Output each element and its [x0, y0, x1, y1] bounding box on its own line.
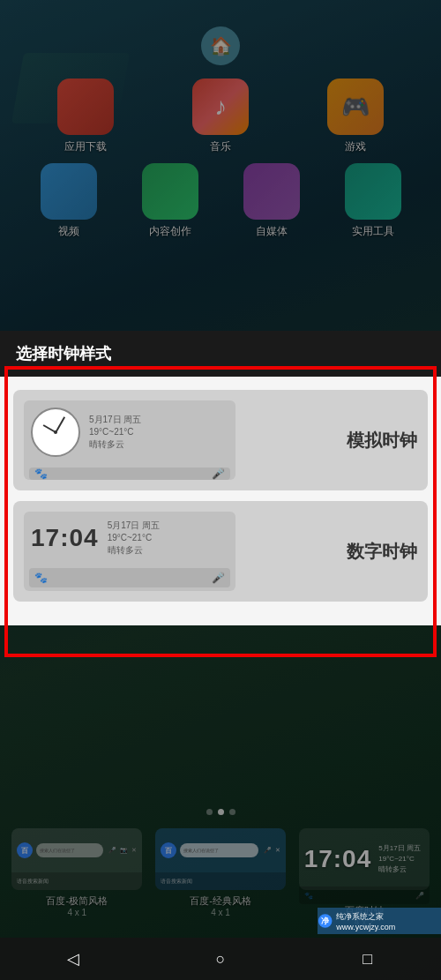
nav-back-icon: ◁: [67, 949, 79, 969]
dialog-title-text: 选择时钟样式: [16, 345, 111, 363]
analog-clock-info: 5月17日 周五 19°C~21°C 晴转多云: [89, 414, 141, 451]
analog-date: 5月17日 周五: [89, 414, 141, 426]
digital-clock-info: 5月17日 周五 19°C~21°C 晴转多云: [108, 520, 160, 557]
clock-style-dialog: 选择时钟样式 5月17日 周五 19°C~21°C 晴转多云: [0, 331, 441, 625]
mic-icon-digital: 🎤: [212, 572, 225, 584]
digital-clock-label: 数字时钟: [347, 540, 417, 564]
nav-apps-icon: □: [363, 950, 372, 969]
digital-weather: 晴转多云: [108, 544, 160, 557]
digital-clock-option[interactable]: 17:04 5月17日 周五 19°C~21°C 晴转多云 🐾 🎤 数字时钟: [13, 501, 428, 602]
watermark-icon: 净: [318, 913, 333, 929]
paw-icon-digital: 🐾: [34, 572, 48, 584]
digital-temp: 19°C~21°C: [108, 532, 160, 544]
analog-clock-preview: 5月17日 周五 19°C~21°C 晴转多云 🐾 🎤: [24, 400, 235, 480]
clock-options-area: 5月17日 周五 19°C~21°C 晴转多云 🐾 🎤 模拟时钟 17:04: [0, 377, 441, 625]
nav-back-button[interactable]: ◁: [51, 944, 95, 974]
navigation-bar: ◁ ○ □: [0, 938, 441, 980]
digital-clock-preview: 17:04 5月17日 周五 19°C~21°C 晴转多云 🐾 🎤: [24, 512, 235, 591]
analog-temp: 19°C~21°C: [89, 426, 141, 438]
paw-icon-analog: 🐾: [34, 468, 48, 480]
analog-weather: 晴转多云: [89, 438, 141, 451]
mic-icon-analog: 🎤: [212, 468, 225, 480]
svg-text:净: 净: [321, 916, 330, 925]
clock-center: [54, 430, 57, 434]
watermark-text: 纯净系统之家 www.ycwjzy.com: [336, 911, 441, 931]
dialog-title: 选择时钟样式: [0, 331, 441, 377]
analog-clock-face: [31, 408, 80, 457]
digital-clock-time: 17:04: [31, 524, 99, 552]
digital-date: 5月17日 周五: [108, 520, 160, 532]
nav-home-icon: ○: [216, 950, 226, 969]
nav-apps-button[interactable]: □: [346, 944, 390, 974]
analog-search-bar: 🐾 🎤: [29, 468, 230, 480]
analog-clock-label: 模拟时钟: [347, 429, 417, 453]
watermark: 净 纯净系统之家 www.ycwjzy.com: [318, 908, 441, 934]
digital-search-bar: 🐾 🎤: [29, 568, 230, 587]
nav-home-button[interactable]: ○: [198, 944, 243, 974]
analog-clock-option[interactable]: 5月17日 周五 19°C~21°C 晴转多云 🐾 🎤 模拟时钟: [13, 390, 428, 490]
